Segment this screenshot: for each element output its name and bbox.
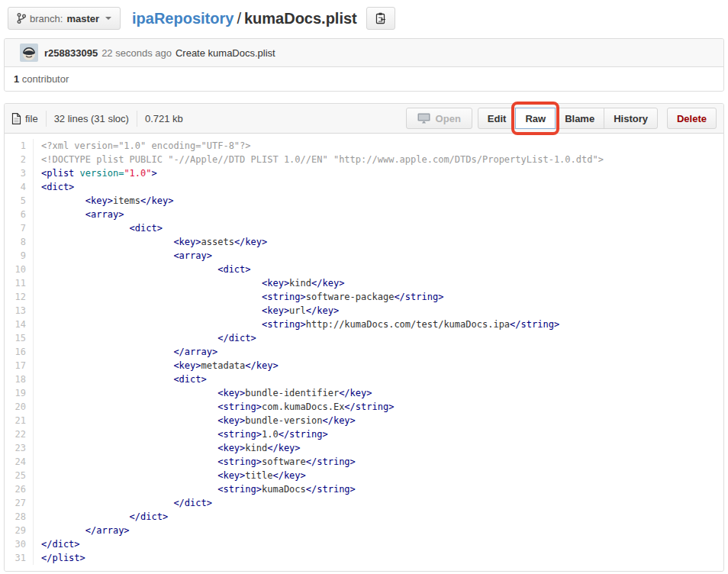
code-line: 19 <key>bundle-identifier</key>: [5, 386, 723, 400]
code-line: 31</plist>: [5, 551, 723, 565]
code-text: <!DOCTYPE plist PUBLIC "-//Apple//DTD PL…: [34, 153, 604, 166]
code-text: <dict>: [34, 263, 251, 276]
code-line: 5 <key>items</key>: [5, 194, 723, 208]
contributors-row[interactable]: 1 contributor: [5, 67, 723, 91]
meta-divider: [46, 111, 47, 127]
code-text: <string>kumaDocs</string>: [34, 482, 356, 496]
breadcrumb-file-name: kumaDocs.plist: [244, 10, 357, 27]
open-button[interactable]: Open: [406, 108, 472, 129]
code-text: <string>software</string>: [34, 455, 356, 469]
line-number[interactable]: 27: [5, 496, 34, 510]
file-navigation-toolbar: branch: master ipaRepository/kumaDocs.pl…: [8, 6, 724, 31]
current-branch-name: master: [66, 13, 99, 24]
code-text: <string>com.kumaDocs.Ex</string>: [34, 400, 394, 414]
line-number[interactable]: 4: [5, 180, 34, 194]
line-number[interactable]: 8: [5, 235, 34, 249]
line-number[interactable]: 29: [5, 524, 34, 537]
code-text: <key>kind</key>: [34, 276, 344, 290]
code-line: 28 </dict>: [5, 510, 723, 524]
line-number[interactable]: 21: [5, 414, 34, 427]
line-number[interactable]: 3: [5, 166, 34, 180]
code-text: <key>items</key>: [34, 194, 173, 208]
chevron-down-icon: [105, 17, 111, 20]
delete-button[interactable]: Delete: [667, 108, 717, 129]
line-number[interactable]: 30: [5, 537, 34, 551]
line-number[interactable]: 28: [5, 510, 34, 524]
line-number[interactable]: 1: [5, 139, 34, 153]
commit-message[interactable]: Create kumaDocs.plist: [176, 47, 275, 59]
raw-button[interactable]: Raw: [515, 108, 556, 129]
breadcrumb: ipaRepository/kumaDocs.plist: [132, 10, 357, 27]
code-line: 11 <key>kind</key>: [5, 276, 723, 290]
code-line: 7 <dict>: [5, 221, 723, 235]
blame-button[interactable]: Blame: [555, 108, 604, 129]
code-text: <key>assets</key>: [34, 235, 267, 249]
code-line: 17 <key>metadata</key>: [5, 359, 723, 372]
line-number[interactable]: 7: [5, 221, 34, 235]
line-number[interactable]: 13: [5, 304, 34, 318]
file-meta: file 32 lines (31 sloc) 0.721 kb: [11, 111, 183, 127]
code-text: <array>: [34, 249, 212, 263]
line-number[interactable]: 14: [5, 318, 34, 331]
code-line: 14 <string>http://kumaDocs.com/test/kuma…: [5, 318, 723, 331]
breadcrumb-repo-link[interactable]: ipaRepository: [132, 10, 234, 27]
line-number[interactable]: 20: [5, 400, 34, 414]
copy-path-button[interactable]: [366, 7, 395, 30]
contributor-label: contributor: [22, 73, 69, 85]
line-number[interactable]: 11: [5, 276, 34, 290]
commit-author-link[interactable]: r258833095: [44, 47, 98, 59]
line-number[interactable]: 10: [5, 263, 34, 276]
line-number[interactable]: 16: [5, 345, 34, 359]
code-text: <key>bundle-version</key>: [34, 414, 356, 427]
code-text: <key>url</key>: [34, 304, 339, 318]
code-text: </dict>: [34, 331, 256, 345]
latest-commit-box: r258833095 22 seconds ago Create kumaDoc…: [4, 38, 724, 92]
code-line: 4<dict>: [5, 180, 723, 194]
code-text: </dict>: [34, 537, 80, 551]
line-number[interactable]: 23: [5, 441, 34, 455]
code-text: <key>metadata</key>: [34, 359, 279, 372]
code-text: <key>kind</key>: [34, 441, 301, 455]
line-number[interactable]: 22: [5, 427, 34, 441]
code-line: 15 </dict>: [5, 331, 723, 345]
line-number[interactable]: 15: [5, 331, 34, 345]
line-number[interactable]: 2: [5, 153, 34, 166]
code-line: 13 <key>url</key>: [5, 304, 723, 318]
blob-page: branch: master ipaRepository/kumaDocs.pl…: [0, 0, 728, 572]
clipboard-icon: [375, 12, 386, 24]
code-line: 9 <array>: [5, 249, 723, 263]
line-number[interactable]: 25: [5, 469, 34, 482]
meta-divider: [137, 111, 137, 127]
code-text: <key>title</key>: [34, 469, 306, 482]
line-number[interactable]: 17: [5, 359, 34, 372]
code-line: 2<!DOCTYPE plist PUBLIC "-//Apple//DTD P…: [5, 153, 723, 166]
code-text: <key>bundle-identifier</key>: [34, 386, 372, 400]
monitor-icon: [417, 113, 430, 124]
file-lines-info: 32 lines (31 sloc): [54, 113, 129, 124]
avatar[interactable]: [20, 44, 38, 62]
code-text: </dict>: [34, 510, 168, 524]
history-button[interactable]: History: [604, 108, 658, 129]
line-number[interactable]: 5: [5, 194, 34, 208]
line-number[interactable]: 18: [5, 372, 34, 386]
code-text: </plist>: [34, 551, 85, 565]
code-text: </dict>: [34, 496, 212, 510]
line-number[interactable]: 31: [5, 551, 34, 565]
line-number[interactable]: 9: [5, 249, 34, 263]
code-text: <?xml version="1.0" encoding="UTF-8"?>: [34, 139, 251, 153]
code-line: 22 <string>1.0</string>: [5, 427, 723, 441]
code-text: <string>software-package</string>: [34, 290, 443, 304]
contributor-count: 1: [14, 73, 19, 85]
code-lines: 1<?xml version="1.0" encoding="UTF-8"?>2…: [5, 139, 723, 565]
line-number[interactable]: 26: [5, 482, 34, 496]
branch-select-button[interactable]: branch: master: [8, 7, 121, 30]
line-number[interactable]: 24: [5, 455, 34, 469]
line-number[interactable]: 12: [5, 290, 34, 304]
code-line: 30</dict>: [5, 537, 723, 551]
code-text: </array>: [34, 345, 217, 359]
line-number[interactable]: 19: [5, 386, 34, 400]
edit-button[interactable]: Edit: [478, 108, 517, 129]
file-actions: Open Edit Raw Blame History Delete: [406, 108, 717, 129]
file-action-button-group: Edit Raw Blame History: [478, 108, 658, 129]
line-number[interactable]: 6: [5, 208, 34, 221]
